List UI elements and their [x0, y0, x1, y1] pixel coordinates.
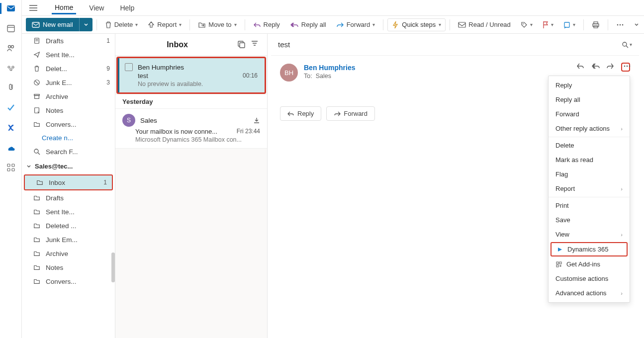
menu-delete[interactable]: Delete — [549, 138, 630, 153]
reply-all-button-toolbar[interactable]: Reply all — [286, 18, 330, 31]
folder-label: Notes — [46, 264, 63, 271]
menu-item-label: Print — [555, 202, 569, 209]
menu-view[interactable]: View — [86, 2, 107, 14]
mail-rail-icon[interactable] — [5, 3, 16, 14]
new-email-dropdown[interactable] — [79, 18, 92, 31]
delete-button[interactable]: Delete▾ — [101, 18, 142, 31]
message-item[interactable]: SSales Your mailbox is now conne...Fri 2… — [115, 109, 267, 149]
svg-point-44 — [629, 66, 631, 67]
move-to-button[interactable]: Move to▾ — [194, 18, 240, 31]
read-unread-button[interactable]: Read / Unread — [454, 18, 515, 31]
menu-mark-as-read[interactable]: Mark as read — [549, 153, 630, 167]
print-button[interactable] — [588, 19, 604, 31]
svg-point-23 — [620, 24, 621, 25]
menu-home[interactable]: Home — [52, 1, 76, 14]
menu-help[interactable]: Help — [117, 2, 137, 14]
tag-button[interactable]: ▾ — [517, 19, 537, 31]
reply-all-icon[interactable] — [591, 63, 600, 72]
app1-rail-icon[interactable] — [5, 122, 16, 133]
pin-button[interactable]: ▾ — [559, 19, 579, 31]
forward-button-toolbar[interactable]: Forward▾ — [332, 18, 379, 31]
groups-rail-icon[interactable] — [5, 63, 16, 74]
menu-reply-all[interactable]: Reply all — [549, 92, 630, 107]
select-mode-icon[interactable] — [237, 40, 246, 49]
folder-convers[interactable]: Convers... — [22, 117, 115, 131]
forward-icon[interactable] — [606, 63, 615, 72]
separator — [96, 19, 97, 30]
chevron-down-icon — [26, 164, 32, 169]
menu-advanced-actions[interactable]: Advanced actions› — [549, 286, 630, 300]
new-email-button[interactable]: New email — [26, 18, 79, 31]
search-folder-label: Search F... — [46, 148, 78, 156]
folder-delet[interactable]: Delet...9 — [22, 62, 115, 76]
calendar-rail-icon[interactable] — [5, 23, 16, 34]
account-header[interactable]: Sales@tec... — [22, 159, 115, 174]
download-icon[interactable] — [253, 117, 260, 124]
report-label: Report — [157, 21, 177, 28]
more-apps-rail-icon[interactable] — [5, 162, 16, 173]
folder-drafts[interactable]: Drafts — [22, 191, 115, 205]
quick-steps-button[interactable]: Quick steps▾ — [387, 18, 446, 31]
menu-view[interactable]: View› — [549, 227, 630, 242]
menu-customise-actions[interactable]: Customise actions — [549, 271, 630, 286]
collapse-ribbon-button[interactable] — [630, 20, 643, 30]
reply-button[interactable]: Reply — [280, 106, 321, 121]
menu-flag[interactable]: Flag — [549, 167, 630, 181]
folder-deleted[interactable]: Deleted ... — [22, 219, 115, 233]
delete-label: Delete — [114, 21, 133, 28]
message-time: 00:16 — [243, 72, 258, 80]
zoom-button[interactable]: ▾ — [622, 41, 632, 48]
folder-junkem[interactable]: Junk Em... — [22, 233, 115, 247]
menu-forward[interactable]: Forward — [549, 107, 630, 121]
svg-rect-36 — [240, 43, 245, 48]
forward-button[interactable]: Forward — [326, 106, 375, 121]
filter-icon[interactable] — [251, 40, 260, 49]
reply-button-toolbar[interactable]: Reply — [249, 18, 284, 31]
menu-print[interactable]: Print — [549, 198, 630, 213]
folder-convers[interactable]: Convers... — [22, 274, 115, 288]
search-icon — [33, 148, 41, 156]
folder-icon — [33, 250, 41, 257]
draft-icon — [33, 37, 41, 45]
message-checkbox[interactable] — [125, 63, 133, 71]
menu-item-label: Forward — [555, 110, 579, 118]
reply-icon[interactable] — [576, 63, 585, 72]
report-button[interactable]: Report▾ — [144, 18, 185, 31]
folder-archive[interactable]: Archive — [22, 247, 115, 260]
folder-junke[interactable]: Junk E...3 — [22, 76, 115, 89]
todo-rail-icon[interactable] — [5, 102, 16, 113]
files-rail-icon[interactable] — [5, 83, 16, 93]
menu-reply[interactable]: Reply — [549, 78, 630, 92]
hamburger-icon[interactable] — [28, 2, 39, 13]
svg-rect-0 — [7, 5, 15, 11]
more-actions-icon[interactable] — [621, 63, 630, 72]
menu-other-reply-actions[interactable]: Other reply actions› — [549, 121, 630, 136]
folder-inbox[interactable]: Inbox1 — [24, 174, 113, 190]
folder-drafts[interactable]: Drafts1 — [22, 34, 115, 48]
folder-label: Drafts — [46, 37, 64, 45]
folder-icon — [33, 263, 41, 271]
folder-icon — [33, 120, 41, 128]
toolbar: New email Delete▾ Report▾ Move to▾ Reply… — [22, 16, 644, 34]
menu-save[interactable]: Save — [549, 213, 630, 227]
menu-get-add-ins[interactable]: Get Add-ins — [549, 257, 630, 271]
folder-label: Junk E... — [46, 79, 72, 86]
folder-notes[interactable]: Notes — [22, 260, 115, 274]
menu-report[interactable]: Report› — [549, 181, 630, 196]
create-folder-link[interactable]: Create n... — [22, 131, 115, 145]
folder-notes[interactable]: Notes — [22, 103, 115, 117]
search-folders[interactable]: Search F... — [22, 145, 115, 159]
onedrive-rail-icon[interactable] — [5, 142, 16, 153]
message-list-title: Inbox — [122, 40, 232, 49]
folder-sentite[interactable]: Sent Ite... — [22, 48, 115, 62]
folder-icon — [33, 194, 41, 202]
folder-archive[interactable]: Archive — [22, 89, 115, 103]
folder-sentite[interactable]: Sent Ite... — [22, 205, 115, 219]
message-item[interactable]: Ben Humphries test00:16 No preview is av… — [116, 57, 266, 94]
people-rail-icon[interactable] — [5, 43, 16, 54]
more-toolbar-button[interactable] — [612, 21, 628, 29]
flag-button[interactable]: ▾ — [539, 18, 557, 31]
menu-dynamics-365[interactable]: Dynamics 365 — [551, 242, 628, 256]
message-list: Inbox Ben Humphries test00:16 No preview… — [115, 34, 268, 338]
scrollbar-thumb[interactable] — [111, 253, 115, 282]
